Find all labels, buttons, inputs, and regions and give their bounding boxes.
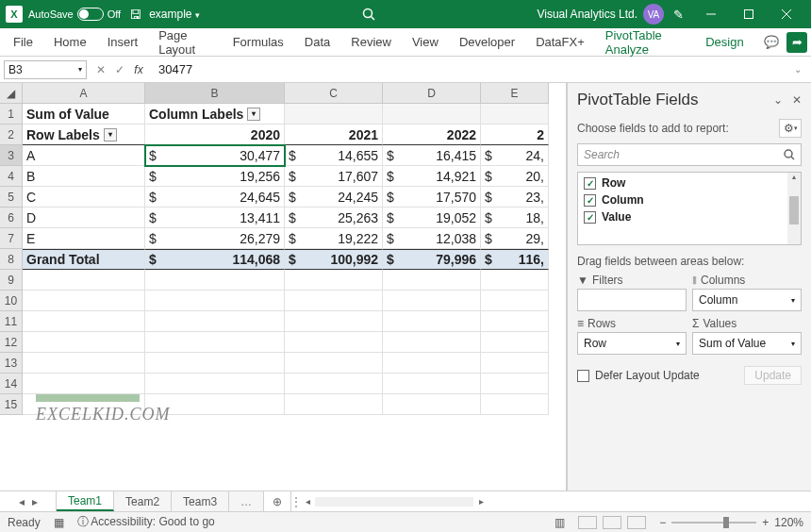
grand-total-value[interactable]: $79,996	[383, 249, 481, 270]
empty-cell[interactable]	[383, 353, 481, 374]
pivot-row-label[interactable]: B	[23, 166, 145, 187]
empty-cell[interactable]	[145, 332, 285, 353]
empty-cell[interactable]	[481, 353, 549, 374]
col-header[interactable]: A	[23, 83, 145, 104]
row-header[interactable]: 10	[0, 291, 23, 311]
area-filters[interactable]: ▼Filters	[577, 274, 687, 311]
document-name[interactable]: example ▾	[149, 8, 200, 21]
pivot-row-label[interactable]: C	[23, 187, 145, 208]
sheet-tab-team3[interactable]: Team3	[172, 491, 229, 511]
expand-formula-icon[interactable]: ⌄	[794, 64, 807, 75]
tab-pivottable-analyze[interactable]: PivotTable Analyze	[596, 28, 694, 57]
pivot-value-cell[interactable]: $30,477	[145, 145, 285, 166]
row-labels-header[interactable]: Row Labels ▾	[23, 125, 145, 145]
grand-total-value[interactable]: $100,992	[285, 249, 383, 270]
grand-total-value[interactable]: $114,068	[145, 249, 285, 270]
row-header[interactable]: 15	[0, 394, 23, 415]
zoom-control[interactable]: − + 120%	[659, 516, 803, 529]
row-header[interactable]: 4	[0, 166, 23, 187]
col-header[interactable]: B	[145, 83, 285, 104]
empty-cell[interactable]	[285, 394, 383, 415]
zoom-in-icon[interactable]: +	[762, 516, 769, 529]
field-list-scrollbar[interactable]: ▴	[787, 173, 801, 244]
account-name[interactable]: Visual Analytics Ltd.	[537, 8, 637, 21]
empty-cell[interactable]	[23, 270, 145, 291]
empty-cell[interactable]	[481, 311, 549, 332]
pivot-value-cell[interactable]: $24,645	[145, 187, 285, 208]
tab-page-layout[interactable]: Page Layout	[149, 28, 221, 57]
col-header[interactable]: D	[383, 83, 481, 104]
avatar[interactable]: VA	[643, 4, 664, 25]
tab-home[interactable]: Home	[44, 28, 96, 57]
empty-cell[interactable]	[285, 374, 383, 394]
pivot-value-cell[interactable]: $17,570	[383, 187, 481, 208]
pivot-value-cell[interactable]: $20,	[481, 166, 549, 187]
pivot-value-cell[interactable]: $12,038	[383, 228, 481, 249]
pivot-value-cell[interactable]: $13,411	[145, 208, 285, 228]
checkbox-icon[interactable]	[577, 370, 589, 382]
chevron-down-icon[interactable]: ▾	[104, 128, 117, 141]
empty-cell[interactable]	[383, 332, 481, 353]
area-columns[interactable]: ⦀Columns Column▾	[692, 274, 802, 311]
row-header[interactable]: 11	[0, 311, 23, 332]
pen-icon[interactable]: ✎	[670, 8, 687, 22]
col-header[interactable]: C	[285, 83, 383, 104]
pivot-row-label[interactable]: A	[23, 145, 145, 166]
field-item-column[interactable]: Column	[578, 191, 801, 208]
empty-cell[interactable]	[285, 332, 383, 353]
row-header[interactable]: 8	[0, 249, 23, 270]
autosave-toggle[interactable]: AutoSave Off	[28, 8, 121, 21]
empty-cell[interactable]	[383, 311, 481, 332]
panel-close-icon[interactable]: ✕	[792, 93, 802, 107]
empty-cell[interactable]	[285, 311, 383, 332]
row-header[interactable]: 13	[0, 353, 23, 374]
row-header[interactable]: 3	[0, 145, 23, 166]
maximize-button[interactable]	[730, 0, 768, 28]
pivot-value-cell[interactable]: $19,052	[383, 208, 481, 228]
pivot-row-label[interactable]: E	[23, 228, 145, 249]
worksheet-grid[interactable]: ◢ABCDE1Sum of ValueColumn Labels ▾2Row L…	[0, 83, 568, 490]
tab-design[interactable]: Design	[696, 28, 753, 57]
checkbox-icon[interactable]	[584, 211, 596, 224]
tab-data[interactable]: Data	[295, 28, 339, 57]
pivot-value-cell[interactable]: $24,245	[285, 187, 383, 208]
add-sheet-button[interactable]: ⊕	[264, 491, 290, 511]
sheet-tab-more[interactable]: …	[229, 491, 264, 511]
empty-cell[interactable]	[481, 394, 549, 415]
pivot-value-cell[interactable]: $18,	[481, 208, 549, 228]
row-header[interactable]: 2	[0, 125, 23, 145]
defer-layout-checkbox[interactable]: Defer Layout Update	[577, 369, 700, 382]
page-break-view-button[interactable]	[627, 516, 646, 529]
share-button[interactable]: ➦	[786, 32, 807, 53]
horizontal-scrollbar[interactable]: ◂▸	[300, 491, 488, 511]
checkbox-icon[interactable]	[584, 194, 596, 207]
row-header[interactable]: 1	[0, 104, 23, 125]
tab-review[interactable]: Review	[341, 28, 401, 57]
field-item-value[interactable]: Value	[578, 208, 801, 225]
pivot-value-cell[interactable]: $16,415	[383, 145, 481, 166]
pivot-value-cell[interactable]: $17,607	[285, 166, 383, 187]
empty-cell[interactable]	[383, 291, 481, 311]
macro-record-icon[interactable]: ▦	[54, 516, 64, 529]
column-labels-header[interactable]: Column Labels ▾	[145, 104, 285, 125]
select-all-corner[interactable]: ◢	[0, 83, 23, 104]
search-icon[interactable]	[360, 8, 377, 21]
year-column-header[interactable]: 2022	[383, 125, 481, 145]
grand-total-value[interactable]: $116,	[481, 249, 549, 270]
empty-cell[interactable]	[383, 374, 481, 394]
zoom-slider[interactable]	[671, 522, 756, 524]
empty-cell[interactable]	[481, 270, 549, 291]
pivot-value-cell[interactable]: $29,	[481, 228, 549, 249]
tab-formulas[interactable]: Formulas	[223, 28, 293, 57]
pivot-title[interactable]: Sum of Value	[23, 104, 145, 125]
tab-developer[interactable]: Developer	[450, 28, 524, 57]
empty-cell[interactable]	[383, 394, 481, 415]
field-search-input[interactable]: Search	[577, 143, 802, 166]
col-header[interactable]: E	[481, 83, 549, 104]
area-rows[interactable]: ≡Rows Row▾	[577, 317, 687, 355]
save-icon[interactable]: 🖫	[126, 8, 143, 22]
empty-cell[interactable]	[285, 270, 383, 291]
fx-icon[interactable]: fx	[130, 63, 147, 76]
cancel-icon[interactable]: ✕	[92, 63, 109, 76]
row-header[interactable]: 12	[0, 332, 23, 353]
